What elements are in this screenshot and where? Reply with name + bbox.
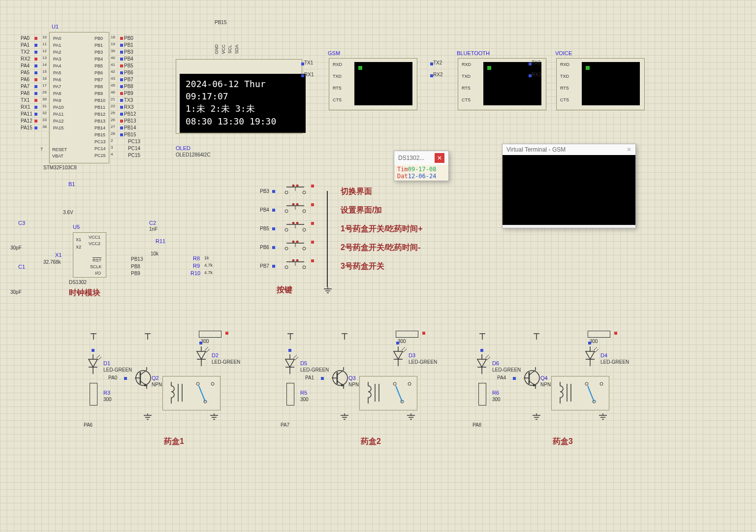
resistor-icon bbox=[286, 383, 294, 406]
svg-point-10 bbox=[292, 203, 295, 206]
relay-switch-icon bbox=[390, 380, 414, 407]
svg-marker-73 bbox=[285, 359, 294, 367]
oled-line1: 2024-06-12 Thur bbox=[186, 78, 300, 90]
vt-close[interactable]: ✕ bbox=[627, 146, 631, 153]
svg-line-53 bbox=[199, 386, 205, 402]
svg-line-96 bbox=[402, 347, 405, 350]
svg-line-114 bbox=[485, 355, 489, 358]
oled-type: OLED12864I2C bbox=[176, 152, 211, 157]
oled-pin-vcc: VCC bbox=[221, 44, 226, 54]
c3-val: 30pF bbox=[10, 245, 22, 250]
status-indicator bbox=[487, 66, 491, 70]
close-icon[interactable]: ✕ bbox=[435, 153, 444, 163]
svg-marker-55 bbox=[197, 351, 206, 359]
power-icon bbox=[285, 331, 295, 341]
svg-line-77 bbox=[295, 357, 298, 360]
oled-screen: 2024-06-12 Thur 09:17:07 1:未 2:未 3:未 08:… bbox=[180, 74, 306, 133]
svg-point-127 bbox=[600, 382, 603, 385]
svg-point-6 bbox=[285, 210, 288, 213]
svg-line-59 bbox=[206, 349, 210, 352]
ds1302-title: DS1302... bbox=[398, 155, 424, 161]
vt-title: Virtual Terminal - GSM bbox=[506, 146, 566, 153]
svg-point-11 bbox=[296, 203, 299, 206]
svg-point-17 bbox=[296, 222, 299, 224]
c2-val: 1nF bbox=[149, 226, 158, 232]
power-icon bbox=[532, 331, 541, 341]
power-icon bbox=[340, 331, 349, 341]
svg-point-5 bbox=[296, 185, 299, 187]
push-button[interactable] bbox=[282, 241, 309, 251]
ground-icon bbox=[406, 413, 416, 421]
mcu-vbat: VBAT bbox=[52, 154, 63, 158]
svg-point-50 bbox=[196, 382, 199, 385]
oled-ref: OLED bbox=[176, 145, 190, 151]
svg-point-4 bbox=[292, 185, 295, 187]
mcu-type: STM32F103C8 bbox=[43, 165, 77, 170]
push-button[interactable] bbox=[282, 222, 309, 233]
led-icon bbox=[390, 346, 407, 366]
oled-net: PB15 bbox=[215, 20, 226, 25]
ground-icon bbox=[143, 413, 153, 421]
oled-line2: 09:17:07 bbox=[186, 90, 300, 102]
relay-coil-icon bbox=[364, 382, 382, 405]
svg-point-1 bbox=[303, 191, 306, 194]
svg-point-126 bbox=[585, 382, 588, 385]
push-button[interactable] bbox=[282, 203, 309, 214]
svg-point-23 bbox=[296, 241, 299, 243]
status-indicator bbox=[358, 66, 362, 70]
led-icon bbox=[582, 346, 598, 366]
resistor-icon bbox=[588, 331, 610, 338]
push-button[interactable] bbox=[282, 185, 309, 195]
clock-title: 时钟模块 bbox=[69, 288, 100, 298]
svg-point-25 bbox=[303, 266, 306, 269]
r9-ref: R9 bbox=[193, 263, 200, 269]
svg-marker-93 bbox=[394, 351, 403, 359]
c1-ref: C1 bbox=[18, 264, 25, 270]
status-indicator bbox=[586, 66, 590, 70]
ground-icon bbox=[323, 287, 333, 295]
ground-icon bbox=[598, 413, 608, 421]
virtual-terminal[interactable]: Virtual Terminal - GSM✕ bbox=[502, 144, 636, 228]
svg-line-58 bbox=[205, 347, 208, 350]
resistor-icon bbox=[90, 383, 97, 406]
mcu-reset: RESET bbox=[52, 147, 67, 152]
svg-line-134 bbox=[594, 347, 597, 350]
r10-ref: R10 bbox=[190, 270, 200, 276]
svg-line-135 bbox=[595, 349, 598, 352]
svg-point-29 bbox=[296, 259, 299, 262]
power-icon bbox=[143, 331, 153, 341]
svg-point-18 bbox=[285, 247, 288, 250]
svg-line-115 bbox=[487, 357, 490, 360]
svg-line-76 bbox=[293, 355, 297, 358]
x1-ref: X1 bbox=[55, 252, 62, 258]
svg-point-13 bbox=[303, 228, 306, 231]
push-button[interactable] bbox=[282, 259, 309, 270]
ground-icon bbox=[209, 413, 219, 421]
oled-pin-scl: SCL bbox=[227, 45, 232, 54]
ground-icon bbox=[340, 413, 349, 421]
ds1302-popup[interactable]: DS1302... ✕ Tim09-17-08 Dat12-06-24 bbox=[394, 151, 449, 181]
oled-line4: 08:30 13:30 19:30 bbox=[186, 115, 300, 127]
relay-switch-icon bbox=[193, 380, 218, 407]
svg-point-12 bbox=[285, 228, 288, 231]
oled-pin-gnd: GND bbox=[214, 44, 219, 54]
r11-val: 10k bbox=[151, 251, 158, 256]
led-icon bbox=[282, 354, 298, 374]
mcu-ref: U1 bbox=[52, 24, 59, 30]
oled-pin-sda: SDA bbox=[234, 45, 239, 54]
x1-val: 32.768k bbox=[43, 259, 61, 265]
power-icon bbox=[477, 331, 487, 341]
c1-val: 30pF bbox=[10, 289, 22, 295]
c3-ref: C3 bbox=[18, 220, 25, 226]
svg-point-7 bbox=[303, 210, 306, 213]
relay-coil-icon bbox=[167, 382, 185, 405]
buttons-title: 按键 bbox=[277, 285, 292, 295]
svg-marker-111 bbox=[477, 359, 486, 367]
led-icon bbox=[193, 346, 210, 366]
svg-point-88 bbox=[393, 382, 396, 385]
svg-line-39 bbox=[98, 357, 101, 360]
transistor-icon bbox=[524, 367, 540, 390]
vt-screen bbox=[503, 155, 635, 225]
resistor-icon bbox=[199, 331, 221, 338]
resistor-icon bbox=[478, 383, 486, 406]
